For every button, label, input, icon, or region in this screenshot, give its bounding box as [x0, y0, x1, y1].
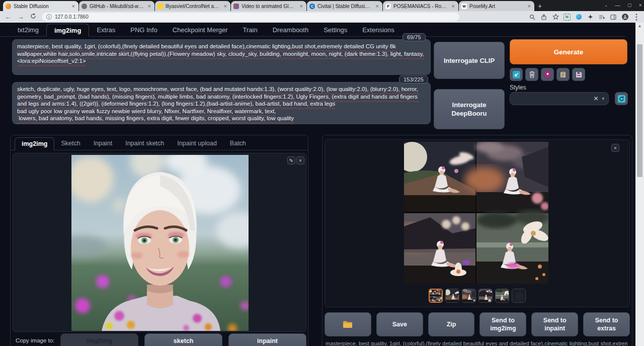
tab-dreambooth[interactable]: Dreambooth — [265, 24, 316, 36]
subtab-img2img[interactable]: img2img — [15, 137, 54, 150]
extension-n-icon[interactable]: N — [564, 14, 571, 21]
close-tab-icon[interactable]: × — [147, 3, 152, 9]
scrollbar-thumb[interactable] — [637, 44, 642, 177]
browser-tab-controlnet[interactable]: lllyasviel/ControlNet at main × — [155, 1, 230, 11]
tab-checkpoint-merger[interactable]: Checkpoint Merger — [165, 24, 235, 36]
browser-tab-posemaniacs[interactable]: P POSEMANIACS - Royalty free 3 × — [383, 1, 458, 11]
clear-prompt-button[interactable] — [525, 68, 538, 81]
generation-info-text: masterpiece, best quality, 1girl, (color… — [326, 340, 627, 346]
styles-dropdown-arrow-icon[interactable]: ▾ — [602, 96, 604, 101]
forward-icon[interactable]: → — [17, 13, 25, 21]
browser-tab-github[interactable]: GitHub - Mikubill/sd-webui-con × — [79, 1, 154, 11]
share-icon[interactable] — [540, 14, 547, 21]
tab-train[interactable]: Train — [235, 24, 265, 36]
apply-style-button[interactable] — [556, 68, 570, 81]
styles-label: Styles — [510, 84, 526, 91]
source-image-dropzone[interactable]: ✎ × — [13, 153, 306, 332]
close-tab-icon[interactable]: × — [71, 3, 76, 9]
interrogate-deepbooru-button[interactable]: Interrogate DeepBooru — [434, 89, 505, 129]
extra-networks-button[interactable] — [541, 68, 554, 81]
paste-params-button[interactable] — [510, 68, 523, 81]
menu-dots-icon[interactable]: ⋮ — [633, 14, 640, 21]
back-icon[interactable]: ← — [4, 13, 12, 21]
copy-image-row: Copy image to: img2img sketch inpaint — [13, 333, 306, 346]
extension-dark-icon[interactable] — [587, 14, 594, 21]
tab-extensions[interactable]: Extensions — [355, 24, 402, 36]
reload-icon[interactable] — [29, 13, 37, 21]
copy-to-inpaint-button[interactable]: inpaint — [228, 333, 306, 346]
gallery-close-button[interactable]: × — [611, 144, 619, 152]
source-image-portrait[interactable] — [71, 155, 249, 331]
tab-search-icon[interactable]: ⌄ — [604, 3, 608, 8]
send-to-img2img-button[interactable]: Send to img2img — [479, 312, 526, 336]
save-style-button[interactable] — [572, 68, 585, 81]
negative-prompt-token-counter: 153/225 — [399, 75, 428, 83]
close-tab-icon[interactable]: × — [375, 3, 380, 9]
subtab-sketch[interactable]: Sketch — [54, 137, 87, 150]
subtab-inpaint-sketch[interactable]: Inpaint sketch — [119, 137, 171, 150]
gallery-preview-image[interactable] — [404, 142, 548, 284]
gallery-thumbnail-3[interactable] — [462, 289, 476, 303]
browser-tab-civitai[interactable]: C Civitai | Stable Diffusion model × — [307, 1, 382, 11]
negative-prompt-input[interactable]: sketch, duplicate, ugly, huge eyes, text… — [12, 82, 431, 124]
subtab-batch[interactable]: Batch — [223, 137, 253, 150]
copy-to-sketch-button[interactable]: sketch — [144, 333, 222, 346]
browser-tab-stable-diffusion[interactable]: Stable Diffusion × — [3, 1, 78, 11]
tab-title: POSEMANIACS - Royalty free 3 — [393, 4, 448, 9]
new-tab-button[interactable]: + — [535, 1, 545, 11]
extension-blue-icon[interactable] — [575, 14, 582, 21]
close-tab-icon[interactable]: × — [299, 3, 304, 9]
gallery-thumbnail-4[interactable] — [478, 289, 493, 303]
browser-tab-gif-converter[interactable]: Video to animated GIF converter × — [231, 1, 306, 11]
results-panel: × Save Zip Send to img2img Send to inpai… — [322, 135, 632, 346]
styles-clear-icon[interactable]: ✕ — [593, 95, 598, 102]
styles-dropdown[interactable]: ✕ ▾ — [510, 92, 609, 105]
gallery-thumbnail-2[interactable] — [445, 289, 459, 303]
open-folder-button[interactable] — [325, 312, 371, 336]
subtab-inpaint-upload[interactable]: Inpaint upload — [171, 137, 223, 150]
side-panel-icon[interactable] — [610, 14, 617, 21]
gallery-thumbnail-1[interactable] — [429, 289, 443, 303]
remove-image-button[interactable]: × — [296, 156, 304, 164]
interrogate-clip-button[interactable]: Interrogate CLIP — [434, 42, 505, 79]
maximize-icon[interactable]: ▢ — [627, 3, 632, 8]
gallery-thumbnail-5[interactable] — [495, 289, 509, 303]
send-to-inpaint-button[interactable]: Send to inpaint — [531, 312, 578, 336]
tab-extras[interactable]: Extras — [89, 24, 123, 36]
subtab-inpaint[interactable]: Inpaint — [87, 137, 119, 150]
copy-to-img2img-button: img2img — [60, 333, 138, 346]
tab-txt2img[interactable]: txt2img — [10, 24, 46, 36]
tab-img2img[interactable]: img2img — [46, 24, 89, 37]
tab-title: Stable Diffusion — [14, 4, 68, 9]
edit-image-button[interactable]: ✎ — [287, 156, 295, 164]
send-to-extras-button[interactable]: Send to extras — [583, 312, 630, 336]
close-tab-icon[interactable]: × — [223, 3, 228, 9]
folder-icon — [343, 320, 353, 328]
prompt-tool-buttons — [510, 68, 585, 81]
github-favicon — [82, 4, 87, 9]
gallery-thumbnails — [325, 289, 629, 303]
page-scrollbar[interactable]: ▲ — [635, 23, 644, 346]
save-button[interactable]: Save — [376, 312, 423, 336]
window-close-icon[interactable]: × — [639, 2, 642, 8]
zoom-icon[interactable] — [529, 14, 536, 21]
close-tab-icon[interactable]: × — [527, 3, 532, 9]
prompt-input[interactable]: masterpiece, best quality, 1girl, (color… — [12, 39, 431, 75]
close-tab-icon[interactable]: × — [451, 3, 456, 9]
browser-toolbar: ← → i 127.0.0.1:7860 N ⋮ — [0, 11, 644, 23]
scrollbar-up-arrow[interactable]: ▲ — [635, 23, 644, 28]
address-bar[interactable]: i 127.0.0.1:7860 — [42, 13, 459, 21]
generate-button[interactable]: Generate — [510, 39, 627, 64]
site-info-icon[interactable]: i — [46, 14, 52, 20]
profile-avatar[interactable] — [621, 14, 628, 21]
reading-list-icon[interactable] — [598, 14, 605, 21]
tab-png-info[interactable]: PNG Info — [123, 24, 165, 36]
minimize-icon[interactable]: — — [615, 2, 620, 8]
zip-button[interactable]: Zip — [428, 312, 475, 336]
bookmark-star-icon[interactable] — [552, 14, 559, 21]
gallery-thumbnail-6[interactable] — [512, 289, 526, 303]
image-tools: ✎ × — [287, 156, 304, 164]
tab-settings[interactable]: Settings — [316, 24, 355, 36]
browser-tab-posemyart[interactable]: W PoseMy.Art × — [459, 1, 534, 11]
styles-refresh-button[interactable] — [615, 92, 628, 105]
